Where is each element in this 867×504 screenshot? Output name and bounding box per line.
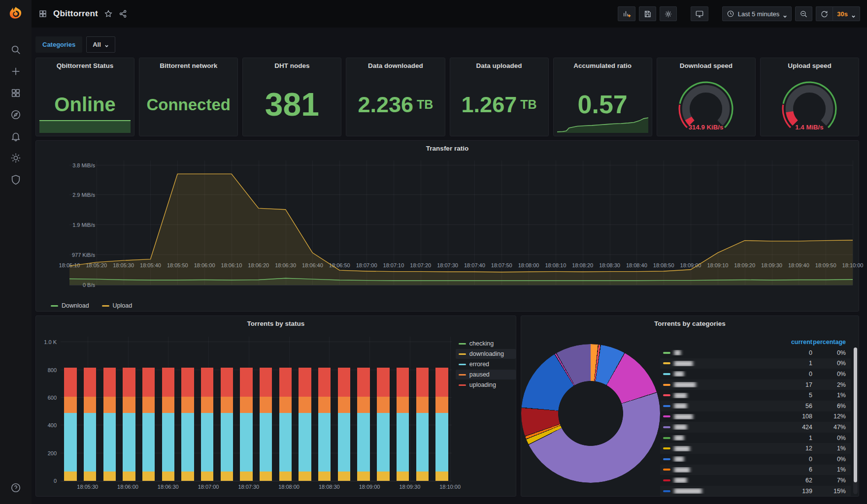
legend-item-upload[interactable]: Upload <box>100 301 134 310</box>
star-icon[interactable] <box>104 9 113 18</box>
stacked-bar[interactable] <box>181 368 194 481</box>
torrents-status-plot[interactable]: 2004006008001.0 K018:05:3018:06:0018:06:… <box>61 337 452 481</box>
table-scrollbar[interactable] <box>853 347 858 494</box>
category-current-value: 6 <box>781 466 812 473</box>
table-row: ████ 424 47% <box>660 422 851 433</box>
configuration-gear-icon[interactable] <box>10 153 21 163</box>
stat-title[interactable]: Upload speed <box>761 58 859 73</box>
stat-sparkline <box>39 120 131 133</box>
stat-value: 2.236 <box>358 94 413 116</box>
refresh-interval-picker[interactable]: 30s <box>833 6 860 21</box>
stat-title[interactable]: DHT nodes <box>243 58 341 73</box>
table-row: ███ 0 0% <box>660 454 851 465</box>
transfer-legend: Download Upload <box>49 301 134 310</box>
share-icon[interactable] <box>119 9 128 18</box>
category-percentage-value: 47% <box>812 424 851 431</box>
category-current-value: 5 <box>781 392 812 399</box>
categories-table-header: current percentage <box>660 337 851 347</box>
transfer-ratio-plot[interactable]: 977 KiB/s1.9 MiB/s2.9 MiB/s3.8 MiB/s0 B/… <box>69 160 853 285</box>
x-axis-label: 18:09:00 <box>359 484 380 490</box>
grafana-logo[interactable] <box>0 0 32 28</box>
stacked-bar[interactable] <box>142 368 155 481</box>
stat-panels-row: Qbittorrent Status OnlineBittorrent netw… <box>35 58 859 136</box>
stacked-bar[interactable] <box>357 368 369 481</box>
stat-title[interactable]: Bittorrent network <box>139 58 237 73</box>
legend-item-paused[interactable]: paused <box>456 370 516 379</box>
category-percentage-value: 0% <box>812 349 851 356</box>
category-name-blurred: ███ <box>674 456 683 462</box>
stat-title[interactable]: Download speed <box>657 58 755 73</box>
column-header-current[interactable]: current <box>781 339 812 346</box>
stacked-bar[interactable] <box>416 368 429 481</box>
explore-compass-icon[interactable] <box>10 109 21 120</box>
panel-transfer-ratio: Transfer ratio 977 KiB/s1.9 MiB/s2.9 MiB… <box>35 140 859 312</box>
legend-item-errored[interactable]: errored <box>456 359 516 369</box>
admin-shield-icon[interactable] <box>10 174 21 185</box>
category-color-swatch <box>663 384 670 386</box>
zoom-out-button[interactable] <box>795 6 812 21</box>
tv-mode-button[interactable] <box>691 6 708 21</box>
stacked-bar[interactable] <box>123 368 135 481</box>
stacked-bar[interactable] <box>377 368 389 481</box>
create-plus-icon[interactable] <box>10 66 21 77</box>
stacked-bar[interactable] <box>338 368 350 481</box>
category-color-swatch <box>663 415 670 417</box>
stat-title[interactable]: Data uploaded <box>450 58 548 73</box>
column-header-percentage[interactable]: percentage <box>812 339 851 346</box>
save-dashboard-button[interactable] <box>639 6 656 21</box>
stacked-bar[interactable] <box>84 368 96 481</box>
add-panel-button[interactable] <box>618 6 635 21</box>
stacked-bar[interactable] <box>240 368 252 481</box>
category-percentage-value: 0% <box>812 371 851 378</box>
x-axis-label: 18:09:30 <box>399 484 420 490</box>
refresh-button[interactable] <box>816 6 833 21</box>
categories-donut-chart[interactable] <box>521 344 660 483</box>
legend-item-uploading[interactable]: uploading <box>456 380 516 390</box>
stacked-bar[interactable] <box>221 368 233 481</box>
legend-color-dash <box>459 364 466 365</box>
time-range-picker[interactable]: Last 5 minutes <box>722 6 792 21</box>
stacked-bar[interactable] <box>260 368 272 481</box>
stacked-bars <box>61 337 452 481</box>
dashboards-icon[interactable] <box>10 88 21 98</box>
panel-title[interactable]: Torrents by status <box>36 316 516 331</box>
stat-title[interactable]: Accumulated ratio <box>554 58 652 73</box>
search-icon[interactable] <box>10 44 21 55</box>
panel-title[interactable]: Transfer ratio <box>36 141 859 156</box>
stacked-bar[interactable] <box>435 368 448 481</box>
table-row: ██████ 108 12% <box>660 411 851 422</box>
dashboard-settings-button[interactable] <box>660 6 677 21</box>
dashboard-grid-icon[interactable] <box>38 9 47 18</box>
panel-title[interactable]: Torrents by categories <box>521 316 859 331</box>
stacked-bar[interactable] <box>318 368 331 481</box>
category-current-value: 0 <box>781 349 812 356</box>
help-icon[interactable] <box>10 482 21 493</box>
chevron-down-icon <box>104 42 109 47</box>
category-color-swatch <box>663 405 670 407</box>
legend-item-checking[interactable]: checking <box>456 339 516 348</box>
stacked-bar[interactable] <box>299 368 311 481</box>
category-current-value: 56 <box>781 403 812 410</box>
variable-value-dropdown[interactable]: All <box>86 36 115 53</box>
stacked-bar[interactable] <box>103 368 116 481</box>
alerting-bell-icon[interactable] <box>10 131 21 142</box>
stacked-bar[interactable] <box>162 368 174 481</box>
stacked-bar[interactable] <box>397 368 409 481</box>
category-percentage-value: 15% <box>812 488 851 495</box>
legend-item-downloading[interactable]: downloading <box>456 349 516 359</box>
category-name-blurred: ██████ <box>674 414 693 419</box>
legend-item-download[interactable]: Download <box>49 301 91 310</box>
x-axis-label: 18:06:30 <box>158 484 179 490</box>
dashboard-title[interactable]: Qbittorrent <box>53 9 98 19</box>
stacked-bar[interactable] <box>64 368 76 481</box>
table-scrollbar-thumb[interactable] <box>854 347 857 482</box>
category-current-value: 1 <box>781 435 812 441</box>
stacked-bar[interactable] <box>201 368 213 481</box>
x-axis-label: 18:07:00 <box>198 484 219 490</box>
variable-value: All <box>93 41 101 48</box>
category-color-swatch <box>663 447 670 449</box>
stacked-bar[interactable] <box>279 368 292 481</box>
stat-title[interactable]: Qbittorrent Status <box>36 58 134 73</box>
categories-table: current percentage ██ 0 0% ██████ 1 0% █… <box>660 331 859 496</box>
stat-title[interactable]: Data downloaded <box>346 58 444 73</box>
